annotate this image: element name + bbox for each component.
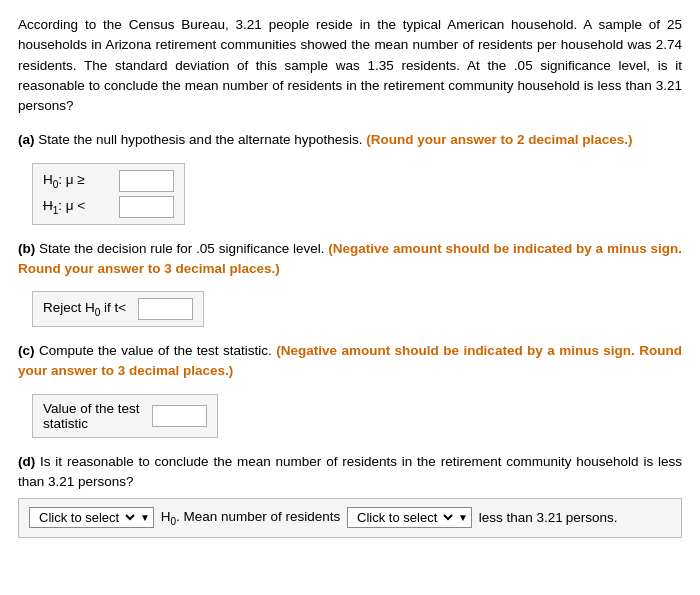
part-c-label: (c) [18,343,35,358]
reject-label: Reject H0 if t< [43,300,126,318]
select1-arrow: ▼ [140,510,150,526]
h0-label: H0: μ ≥ [43,172,113,190]
h0-row: H0: μ ≥ [43,170,174,192]
reject-box: Reject H0 if t< [32,291,204,327]
select2-arrow: ▼ [458,510,468,526]
section-b: (b) State the decision rule for .05 sign… [18,239,682,328]
part-a-bold: (Round your answer to 2 decimal places.) [366,132,632,147]
section-a-header: (a) State the null hypothesis and the al… [18,130,682,150]
intro-paragraph: According to the Census Bureau, 3.21 peo… [18,15,682,116]
value-label: Value of the teststatistic [43,401,140,431]
section-d-header: (d) Is it reasonable to conclude the mea… [18,452,682,493]
select2-wrapper[interactable]: Click to select is is not ▼ [347,507,472,528]
select1-wrapper[interactable]: Click to select Reject Do not reject ▼ [29,507,154,528]
h1-label: H1: μ < [43,198,113,216]
select1[interactable]: Click to select Reject Do not reject [33,509,138,526]
section-a: (a) State the null hypothesis and the al… [18,130,682,224]
h0-input[interactable] [119,170,174,192]
middle-text: H0. Mean number of residents [157,506,344,530]
section-c-header: (c) Compute the value of the test statis… [18,341,682,382]
part-c-text: Compute the value of the test statistic. [39,343,272,358]
part-d-text: Is it reasonable to conclude the mean nu… [18,454,682,489]
section-c: (c) Compute the value of the test statis… [18,341,682,438]
section-b-header: (b) State the decision rule for .05 sign… [18,239,682,280]
part-b-label: (b) [18,241,35,256]
hypothesis-box: H0: μ ≥ H1: μ < [32,163,185,225]
value-input[interactable] [152,405,207,427]
part-a-text: State the null hypothesis and the altern… [38,132,362,147]
section-d: (d) Is it reasonable to conclude the mea… [18,452,682,538]
part-d-label: (d) [18,454,35,469]
end-text: less than 3.21 [475,507,563,529]
persons-text: persons. [566,507,618,529]
h1-input[interactable] [119,196,174,218]
select2[interactable]: Click to select is is not [351,509,456,526]
h1-row: H1: μ < [43,196,174,218]
reject-input[interactable] [138,298,193,320]
section-d-box: Click to select Reject Do not reject ▼ H… [18,498,682,538]
value-box: Value of the teststatistic [32,394,218,438]
part-b-text: State the decision rule for .05 signific… [39,241,324,256]
part-a-label: (a) [18,132,35,147]
